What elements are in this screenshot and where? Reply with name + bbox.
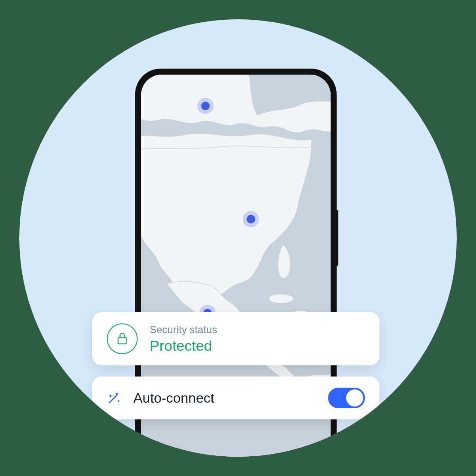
phone-side-button — [337, 210, 338, 266]
auto-connect-card: Auto-connect — [92, 377, 380, 419]
security-status-value: Protected — [150, 337, 217, 354]
lock-icon — [107, 323, 138, 354]
magic-wand-icon — [107, 391, 121, 405]
map-location-pin[interactable] — [243, 211, 259, 227]
overlay-cards: Security status Protected Auto-connect — [92, 312, 380, 419]
svg-point-1 — [269, 294, 293, 303]
security-status-card: Security status Protected — [92, 312, 380, 365]
auto-connect-toggle[interactable] — [328, 388, 365, 408]
background-circle: Security status Protected Auto-connect — [19, 19, 457, 457]
security-status-label: Security status — [150, 324, 217, 336]
svg-rect-3 — [118, 337, 126, 344]
map-location-pin[interactable] — [197, 98, 214, 114]
auto-connect-label: Auto-connect — [133, 390, 316, 406]
